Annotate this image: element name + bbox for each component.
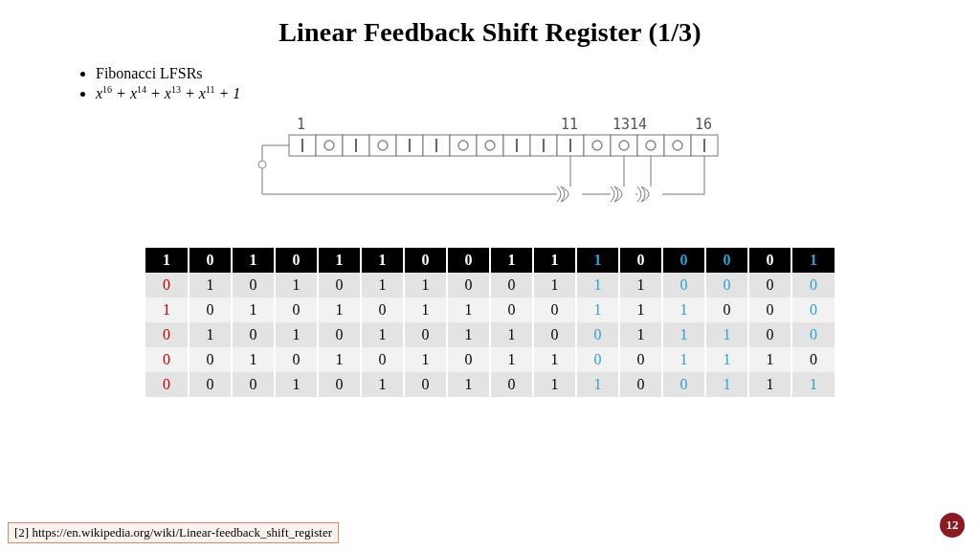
table-cell: 1 xyxy=(189,273,232,298)
table-cell: 0 xyxy=(189,298,232,322)
svg-text:1314: 1314 xyxy=(612,116,647,133)
table-cell: 1 xyxy=(447,322,490,347)
table-cell: 0 xyxy=(705,248,748,273)
table-cell: 1 xyxy=(576,273,619,298)
lfsr-diagram: 111131416 xyxy=(222,116,758,225)
table-cell: 1 xyxy=(662,298,705,322)
table-cell: 0 xyxy=(318,322,361,347)
svg-text:16: 16 xyxy=(695,116,712,133)
table-cell: 0 xyxy=(275,298,318,322)
table-cell: 0 xyxy=(533,322,576,347)
table-cell: 1 xyxy=(533,347,576,372)
svg-rect-16 xyxy=(450,135,477,156)
table-cell: 1 xyxy=(576,298,619,322)
table-cell: 0 xyxy=(232,273,275,298)
table-cell: 1 xyxy=(748,372,791,397)
table-cell: 1 xyxy=(705,322,748,347)
svg-rect-26 xyxy=(584,135,611,156)
table-cell: 0 xyxy=(404,372,447,397)
table-cell: 1 xyxy=(662,322,705,347)
table-cell: 1 xyxy=(145,248,189,273)
table-cell: 0 xyxy=(189,372,232,397)
table-cell: 0 xyxy=(748,273,791,298)
table-cell: 0 xyxy=(705,298,748,322)
table-cell: 0 xyxy=(576,322,619,347)
table-cell: 1 xyxy=(275,273,318,298)
table-cell: 1 xyxy=(318,298,361,322)
table-cell: 0 xyxy=(447,347,490,372)
table-cell: 1 xyxy=(705,372,748,397)
table-cell: 1 xyxy=(533,372,576,397)
table-cell: 0 xyxy=(619,248,662,273)
bullet-list: Fibonacci LFSRs x16 + x14 + x13 + x11 + … xyxy=(57,65,980,102)
table-cell: 1 xyxy=(361,322,404,347)
table-cell: 1 xyxy=(404,298,447,322)
table-cell: 1 xyxy=(232,248,275,273)
table-cell: 1 xyxy=(791,372,835,397)
svg-rect-30 xyxy=(637,135,664,156)
state-table: 1010110011100001010101100111000010101011… xyxy=(145,248,835,397)
table-cell: 0 xyxy=(232,322,275,347)
table-cell: 0 xyxy=(748,248,791,273)
table-row: 0001010101100111 xyxy=(145,372,835,397)
table-cell: 1 xyxy=(490,322,533,347)
table-cell: 1 xyxy=(145,298,189,322)
table-cell: 0 xyxy=(791,322,835,347)
table-cell: 0 xyxy=(145,322,189,347)
table-cell: 0 xyxy=(619,372,662,397)
table-cell: 1 xyxy=(619,298,662,322)
table-cell: 1 xyxy=(361,248,404,273)
table-cell: 0 xyxy=(705,273,748,298)
table-cell: 0 xyxy=(189,347,232,372)
table-cell: 0 xyxy=(404,322,447,347)
table-cell: 1 xyxy=(318,347,361,372)
svg-point-50 xyxy=(258,161,266,168)
bullet-fibonacci: Fibonacci LFSRs xyxy=(96,65,980,82)
table-cell: 1 xyxy=(662,347,705,372)
table-cell: 0 xyxy=(576,347,619,372)
table-cell: 0 xyxy=(361,347,404,372)
table-cell: 1 xyxy=(619,273,662,298)
svg-rect-6 xyxy=(316,135,343,156)
table-cell: 0 xyxy=(748,322,791,347)
table-row: 0101011001110000 xyxy=(145,273,835,298)
table-cell: 1 xyxy=(490,347,533,372)
table-cell: 1 xyxy=(619,322,662,347)
slide-title: Linear Feedback Shift Register (1/3) xyxy=(0,17,980,48)
table-cell: 1 xyxy=(361,273,404,298)
table-cell: 0 xyxy=(318,372,361,397)
table-cell: 0 xyxy=(533,298,576,322)
table-cell: 0 xyxy=(189,248,232,273)
table-cell: 1 xyxy=(232,347,275,372)
svg-rect-28 xyxy=(611,135,637,156)
table-cell: 1 xyxy=(748,347,791,372)
table-cell: 1 xyxy=(576,372,619,397)
svg-rect-32 xyxy=(664,135,691,156)
table-cell: 1 xyxy=(232,298,275,322)
table-cell: 0 xyxy=(490,298,533,322)
table-cell: 0 xyxy=(619,347,662,372)
table-cell: 0 xyxy=(447,273,490,298)
table-cell: 1 xyxy=(533,273,576,298)
table-cell: 0 xyxy=(275,347,318,372)
table-cell: 1 xyxy=(318,248,361,273)
table-cell: 0 xyxy=(748,298,791,322)
table-cell: 0 xyxy=(275,248,318,273)
table-cell: 0 xyxy=(791,298,835,322)
table-cell: 0 xyxy=(318,273,361,298)
table-cell: 0 xyxy=(404,248,447,273)
table-cell: 1 xyxy=(705,347,748,372)
table-cell: 0 xyxy=(490,372,533,397)
svg-text:11: 11 xyxy=(561,116,578,133)
table-cell: 1 xyxy=(275,372,318,397)
table-cell: 1 xyxy=(404,273,447,298)
table-cell: 1 xyxy=(189,322,232,347)
table-cell: 0 xyxy=(662,248,705,273)
table-cell: 1 xyxy=(791,248,835,273)
table-cell: 0 xyxy=(447,248,490,273)
table-header-row: 1010110011100001 xyxy=(145,248,835,273)
table-cell: 0 xyxy=(361,298,404,322)
svg-rect-10 xyxy=(369,135,396,156)
table-cell: 0 xyxy=(662,273,705,298)
table-cell: 1 xyxy=(576,248,619,273)
